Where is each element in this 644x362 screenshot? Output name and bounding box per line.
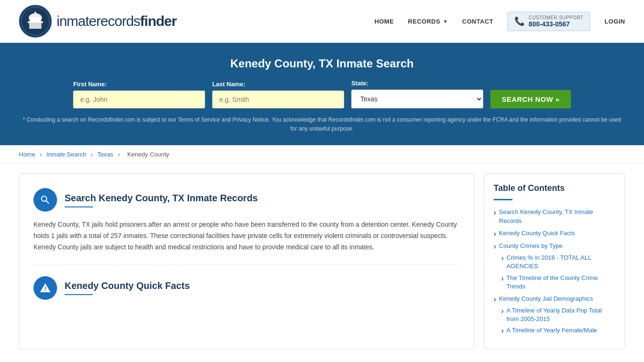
toc-item-1: Search Kenedy County, TX Inmate Records [494, 208, 615, 225]
last-name-input[interactable] [212, 90, 344, 108]
toc-sub-item-3-2: The Timeline of the County Crime Trends [501, 274, 615, 291]
svg-point-11 [34, 12, 36, 14]
toc-sub-4: A Timeline of Yearly Data Pop Total from… [494, 306, 615, 336]
warning-section-icon [33, 276, 57, 300]
section-divider [33, 264, 460, 265]
section1-underline [65, 206, 93, 207]
first-name-group: First Name: [73, 81, 205, 108]
first-name-label: First Name: [73, 81, 205, 88]
section1-header: Search Kenedy County, TX Inmate Records [33, 188, 460, 212]
section2-title: Kenedy County Quick Facts [65, 280, 190, 291]
section1-title-block: Search Kenedy County, TX Inmate Records [65, 193, 258, 207]
breadcrumb-sep-1: › [40, 151, 43, 158]
section1-title: Search Kenedy County, TX Inmate Records [65, 193, 258, 204]
breadcrumb-home[interactable]: Home [19, 151, 35, 158]
breadcrumb-current: Kenedy County [127, 151, 169, 158]
logo-text: inmaterecordsfinder [57, 13, 176, 29]
section2-title-block: Kenedy County Quick Facts [65, 280, 190, 295]
toc-item-4: Kenedy County Jail Demographics A Timeli… [494, 295, 615, 336]
search-form: First Name: Last Name: State: Texas SEAR… [19, 80, 625, 108]
toc-link-4[interactable]: Kenedy County Jail Demographics [494, 295, 615, 304]
content-area: Search Kenedy County, TX Inmate Records … [19, 173, 474, 349]
search-banner: Kenedy County, TX Inmate Search First Na… [0, 43, 644, 145]
section1-body: Kenedy County, TX jails hold prisoners a… [33, 219, 460, 253]
support-info: CUSTOMER SUPPORT 800-433-0567 [528, 15, 583, 28]
svg-rect-3 [30, 17, 41, 22]
toc-sub-3: Crimes % in 2016 - TOTAL ALL AGENCIES Th… [494, 254, 615, 291]
disclaimer-text: * Conducting a search on Recordsfinder.c… [19, 115, 625, 133]
nav-contact[interactable]: CONTACT [462, 18, 493, 25]
last-name-label: Last Name: [212, 81, 344, 88]
toc-link-3[interactable]: County Crimes by Type [494, 242, 615, 251]
chevron-down-icon: ▼ [443, 19, 448, 24]
search-icon [40, 194, 51, 206]
nav-records[interactable]: RECORDS ▼ [408, 18, 448, 25]
state-group: State: Texas [351, 80, 483, 108]
svg-rect-7 [33, 23, 34, 29]
toc-sub-item-4-2: A Timeline of Yearly Female/Male [501, 326, 615, 335]
section2-underline [65, 294, 93, 295]
main-content: Search Kenedy County, TX Inmate Records … [0, 164, 644, 358]
breadcrumb-sep-3: › [118, 151, 122, 158]
svg-rect-8 [36, 23, 37, 29]
toc-list: Search Kenedy County, TX Inmate Records … [494, 208, 615, 335]
toc-link-1[interactable]: Search Kenedy County, TX Inmate Records [494, 208, 615, 225]
header: inmaterecordsfinder HOME RECORDS ▼ CONTA… [0, 0, 644, 43]
toc-title: Table of Contents [494, 183, 615, 193]
sidebar: Table of Contents Search Kenedy County, … [484, 173, 625, 349]
search-button[interactable]: SEARCH NOW » [490, 90, 571, 108]
section2: Kenedy County Quick Facts [33, 276, 460, 300]
toc-link-2[interactable]: Kenedy County Quick Facts [494, 229, 615, 238]
first-name-input[interactable] [73, 90, 205, 108]
logo-icon [19, 5, 52, 38]
svg-rect-6 [30, 23, 32, 29]
warning-icon [40, 282, 51, 294]
breadcrumb-sep-2: › [91, 151, 94, 158]
svg-rect-9 [39, 23, 40, 29]
toc-sub-link-4-1[interactable]: A Timeline of Yearly Data Pop Total from… [501, 306, 615, 323]
toc-divider [494, 199, 512, 200]
main-nav: HOME RECORDS ▼ CONTACT 📞 CUSTOMER SUPPOR… [374, 12, 625, 31]
toc-sub-link-3-1[interactable]: Crimes % in 2016 - TOTAL ALL AGENCIES [501, 254, 615, 271]
toc-sub-item-3-1: Crimes % in 2016 - TOTAL ALL AGENCIES [501, 254, 615, 271]
toc-sub-link-3-2[interactable]: The Timeline of the County Crime Trends [501, 274, 615, 291]
last-name-group: Last Name: [212, 81, 344, 108]
svg-rect-4 [28, 21, 43, 23]
section2-header: Kenedy County Quick Facts [33, 276, 460, 300]
nav-home[interactable]: HOME [374, 18, 394, 25]
phone-icon: 📞 [514, 16, 525, 26]
breadcrumb: Home › Inmate Search › Texas › Kenedy Co… [0, 145, 644, 164]
state-label: State: [351, 80, 483, 87]
search-section-icon [33, 188, 57, 212]
toc-item-2: Kenedy County Quick Facts [494, 229, 615, 238]
state-select[interactable]: Texas [351, 90, 483, 108]
toc-sub-item-4-1: A Timeline of Yearly Data Pop Total from… [501, 306, 615, 323]
page-title: Kenedy County, TX Inmate Search [19, 57, 625, 70]
nav-login[interactable]: LOGIN [604, 18, 625, 25]
breadcrumb-inmate-search[interactable]: Inmate Search [46, 151, 86, 158]
support-box[interactable]: 📞 CUSTOMER SUPPORT 800-433-0567 [507, 12, 590, 31]
toc-sub-link-4-2[interactable]: A Timeline of Yearly Female/Male [501, 326, 615, 335]
toc-item-3: County Crimes by Type Crimes % in 2016 -… [494, 242, 615, 291]
breadcrumb-texas[interactable]: Texas [97, 151, 113, 158]
logo[interactable]: inmaterecordsfinder [19, 5, 176, 38]
